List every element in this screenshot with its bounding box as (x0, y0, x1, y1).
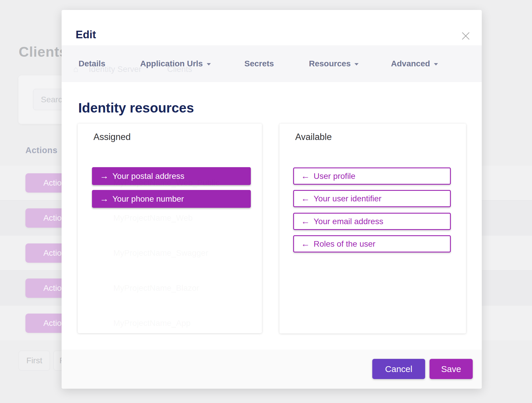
tab-label: Details (79, 59, 105, 68)
arrow-right-icon: → (100, 194, 109, 203)
arrow-left-icon: ← (301, 217, 310, 226)
assigned-resource-button[interactable]: → Your postal address (92, 167, 251, 185)
available-resource-button[interactable]: ← Your user identifier (293, 190, 451, 207)
chevron-down-icon (207, 63, 211, 65)
edit-modal: Edit ⌂ Identity Server Clients Details A… (62, 10, 482, 389)
resource-label: Your email address (314, 217, 383, 226)
chevron-down-icon (354, 63, 359, 65)
modal-tabstrip: ⌂ Identity Server Clients Details Applic… (62, 45, 482, 82)
assigned-panel-title: Assigned (93, 132, 131, 142)
arrow-right-icon: → (100, 172, 109, 180)
available-panel-title: Available (295, 132, 332, 142)
page-title: Clients (19, 44, 67, 60)
modal-title: Edit (76, 29, 96, 41)
tab-label: Application Urls (140, 59, 203, 68)
close-button[interactable] (459, 29, 472, 43)
save-button[interactable]: Save (430, 359, 473, 379)
tab-application-urls[interactable]: Application Urls (140, 45, 211, 82)
tab-label: Secrets (244, 59, 274, 68)
actions-column-header: Actions (25, 146, 58, 155)
assigned-panel: Assigned → Your postal address → Your ph… (78, 124, 262, 333)
tab-label: Resources (309, 59, 351, 68)
arrow-left-icon: ← (301, 239, 310, 248)
assigned-resource-button[interactable]: → Your phone number (92, 190, 251, 208)
resource-label: Your user identifier (314, 194, 381, 203)
chevron-down-icon (434, 63, 438, 65)
resource-label: Your postal address (112, 172, 184, 181)
resource-label: Roles of the user (314, 239, 375, 249)
resource-label: User profile (314, 172, 355, 181)
available-resource-button[interactable]: ← Roles of the user (293, 235, 451, 252)
close-icon (461, 32, 470, 40)
tab-label: Advanced (391, 59, 430, 68)
cancel-button[interactable]: Cancel (372, 359, 425, 379)
available-panel: Available ← User profile ← Your user ide… (279, 124, 466, 333)
home-icon: ⌂ (73, 65, 78, 74)
pagination-first-button[interactable]: First (19, 351, 50, 371)
available-resource-button[interactable]: ← User profile (293, 167, 451, 185)
available-resource-button[interactable]: ← Your email address (293, 213, 451, 230)
app-screen: Clients Actions Actions Actions Actions … (0, 0, 532, 403)
tab-advanced[interactable]: Advanced (391, 45, 438, 82)
tab-resources[interactable]: Resources (309, 45, 359, 82)
resource-label: Your phone number (112, 194, 184, 204)
tab-details[interactable]: Details (79, 45, 105, 82)
section-title: Identity resources (78, 100, 194, 116)
modal-footer: Cancel Save (62, 350, 482, 389)
arrow-left-icon: ← (301, 172, 310, 180)
tab-secrets[interactable]: Secrets (244, 45, 274, 82)
arrow-left-icon: ← (301, 194, 310, 203)
